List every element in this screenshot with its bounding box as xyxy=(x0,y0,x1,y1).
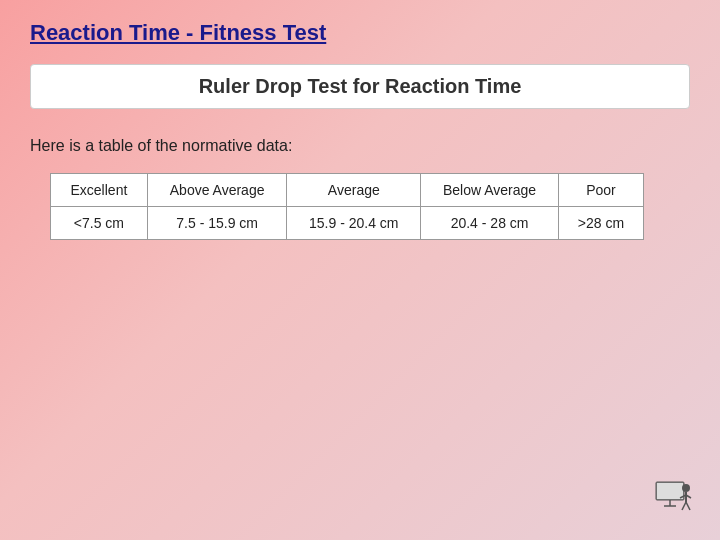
cell-above-average: 7.5 - 15.9 cm xyxy=(147,207,287,240)
presenter-svg xyxy=(652,478,696,522)
normative-data-table: Excellent Above Average Average Below Av… xyxy=(50,173,644,240)
cell-below-average: 20.4 - 28 cm xyxy=(421,207,559,240)
presenter-icon xyxy=(652,478,696,522)
svg-line-9 xyxy=(686,502,690,510)
cell-poor: >28 cm xyxy=(558,207,643,240)
page-title: Reaction Time - Fitness Test xyxy=(30,20,690,46)
col-header-poor: Poor xyxy=(558,174,643,207)
col-header-average: Average xyxy=(287,174,421,207)
cell-excellent: <7.5 cm xyxy=(51,207,148,240)
table-row: <7.5 cm 7.5 - 15.9 cm 15.9 - 20.4 cm 20.… xyxy=(51,207,644,240)
svg-point-4 xyxy=(682,484,690,492)
svg-line-8 xyxy=(682,502,686,510)
subtitle-box: Ruler Drop Test for Reaction Time xyxy=(30,64,690,109)
page-container: Reaction Time - Fitness Test Ruler Drop … xyxy=(0,0,720,540)
col-header-below-average: Below Average xyxy=(421,174,559,207)
col-header-excellent: Excellent xyxy=(51,174,148,207)
col-header-above-average: Above Average xyxy=(147,174,287,207)
intro-text: Here is a table of the normative data: xyxy=(30,137,690,155)
cell-average: 15.9 - 20.4 cm xyxy=(287,207,421,240)
svg-rect-1 xyxy=(657,483,683,499)
subtitle-text: Ruler Drop Test for Reaction Time xyxy=(199,75,522,97)
table-header-row: Excellent Above Average Average Below Av… xyxy=(51,174,644,207)
